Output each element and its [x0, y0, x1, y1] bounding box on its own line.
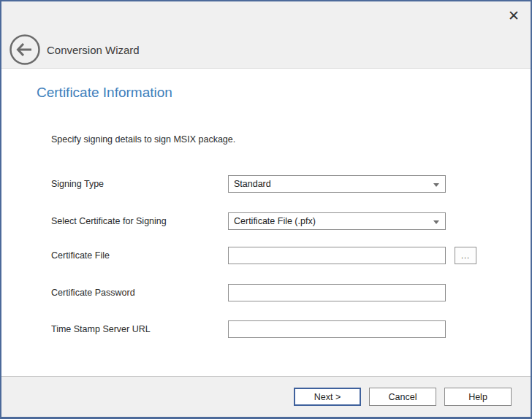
timestamp-url-input[interactable] [228, 320, 446, 338]
help-button[interactable]: Help [444, 388, 512, 406]
certificate-password-label: Certificate Password [51, 284, 135, 301]
browse-button[interactable]: ... [455, 247, 476, 264]
certificate-file-row: Certificate File ... [1, 247, 531, 264]
back-arrow-icon [9, 34, 41, 66]
chevron-down-icon [433, 220, 439, 224]
page-description: Specify signing details to sign MSIX pac… [51, 134, 235, 145]
certificate-source-dropdown[interactable]: Certificate File (.pfx) [228, 212, 446, 230]
signing-type-label: Signing Type [51, 175, 104, 193]
wizard-footer: Next > Cancel Help [1, 376, 531, 417]
cancel-button[interactable]: Cancel [369, 388, 436, 406]
conversion-wizard-window: Conversion Wizard ✕ Certificate Informat… [0, 0, 532, 419]
signing-type-value: Standard [234, 179, 271, 189]
timestamp-url-row: Time Stamp Server URL [1, 320, 531, 338]
wizard-header: Conversion Wizard ✕ [1, 1, 531, 69]
certificate-password-row: Certificate Password [1, 284, 531, 301]
certificate-password-input[interactable] [228, 284, 446, 301]
certificate-file-input[interactable] [228, 247, 446, 264]
wizard-title: Conversion Wizard [47, 34, 140, 66]
timestamp-url-label: Time Stamp Server URL [51, 320, 151, 338]
certificate-source-row: Select Certificate for Signing Certifica… [1, 212, 531, 230]
chevron-down-icon [433, 183, 439, 187]
wizard-page: Certificate Information Specify signing … [1, 69, 531, 376]
certificate-source-value: Certificate File (.pfx) [234, 216, 316, 226]
back-button[interactable] [9, 34, 41, 66]
next-button[interactable]: Next > [294, 388, 361, 406]
signing-type-dropdown[interactable]: Standard [228, 175, 446, 193]
close-icon[interactable]: ✕ [504, 6, 523, 25]
certificate-file-label: Certificate File [51, 247, 110, 264]
signing-type-row: Signing Type Standard [1, 175, 531, 193]
page-title: Certificate Information [37, 85, 172, 101]
certificate-source-label: Select Certificate for Signing [51, 212, 167, 230]
